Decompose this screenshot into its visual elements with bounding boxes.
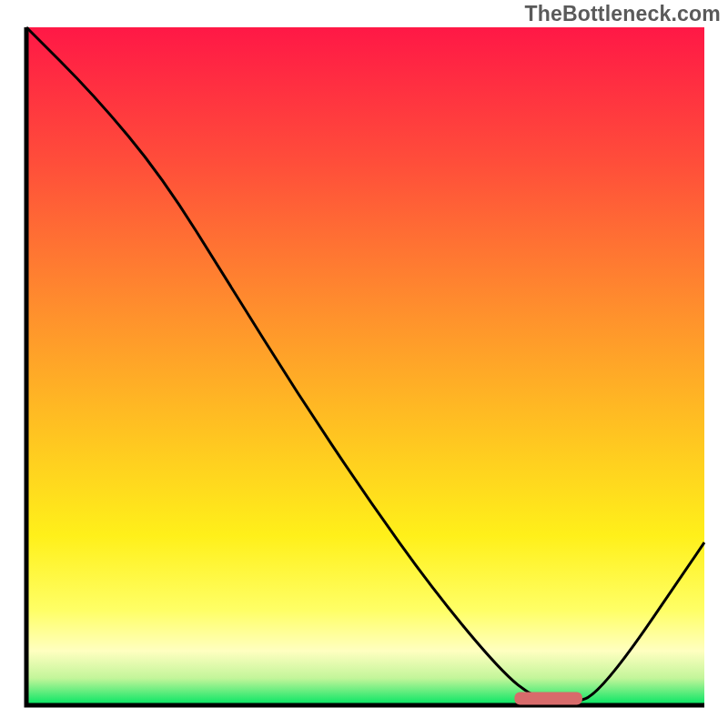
bottleneck-marker bbox=[514, 693, 582, 705]
bottleneck-chart bbox=[0, 0, 728, 728]
plot-background bbox=[26, 27, 704, 705]
chart-container: TheBottleneck.com bbox=[0, 0, 728, 728]
watermark-text: TheBottleneck.com bbox=[524, 2, 721, 26]
